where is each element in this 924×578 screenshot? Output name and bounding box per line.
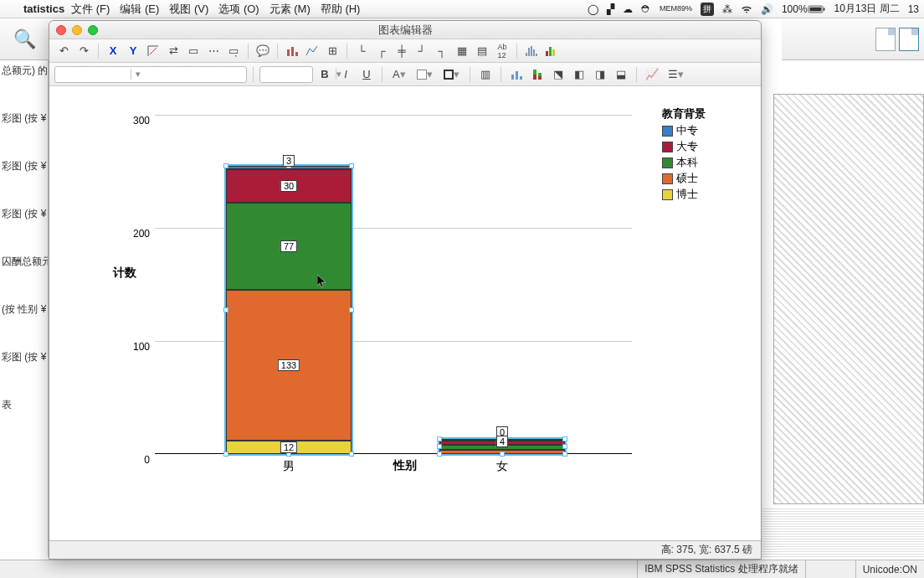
axis-r-icon[interactable]: ┘ <box>413 42 431 60</box>
outline-item[interactable]: 表 <box>2 398 46 412</box>
data-label[interactable]: 12 <box>280 441 297 453</box>
select-icon[interactable]: ▭̣ <box>224 42 243 60</box>
grid-major-icon[interactable]: ▦ <box>453 42 471 60</box>
menu-help[interactable]: 帮助 (H) <box>321 2 361 17</box>
status-hat-icon[interactable]: ⛑ <box>641 3 651 15</box>
bar-variant2-icon[interactable]: ⬔ <box>549 65 567 84</box>
y-axis-label[interactable]: 计数 <box>113 266 136 281</box>
legend[interactable]: 教育背景 中专 大专 本科 硕士 博士 <box>662 106 706 203</box>
font-color-icon[interactable]: A ▾ <box>388 65 410 84</box>
selection-handle[interactable] <box>223 307 228 312</box>
hist-icon[interactable] <box>522 42 541 60</box>
redo-icon[interactable]: ↷ <box>74 42 93 60</box>
props-icon[interactable]: ▭ <box>184 42 203 60</box>
x-axis-label[interactable]: 性别 <box>54 458 756 473</box>
x-axis-icon[interactable]: X <box>104 42 122 60</box>
outline-item[interactable]: 彩图 (按 ¥ <box>2 207 46 221</box>
status-terminal-icon[interactable]: ▞ <box>607 3 614 15</box>
selection-handle[interactable] <box>437 444 442 449</box>
outline-item[interactable]: 囚酬总额元 <box>2 255 46 269</box>
selection-handle[interactable] <box>349 452 354 457</box>
selected-chart-frame[interactable] <box>773 94 924 504</box>
line-variant-icon[interactable]: 📈 <box>643 65 661 84</box>
status-wifi-icon[interactable] <box>741 3 752 15</box>
axis-b-icon[interactable]: ┌ <box>372 42 391 60</box>
selection-handle[interactable] <box>562 452 567 457</box>
chart-canvas[interactable]: 计数 教育背景 中专 大专 本科 硕士 博士 01002003001213377… <box>49 86 761 540</box>
selection-handle[interactable] <box>223 452 228 457</box>
italic-icon[interactable]: I <box>336 65 355 84</box>
extra-dropdown-icon[interactable]: ☰ ▾ <box>664 65 688 84</box>
status-mem-icon[interactable]: MEM89% <box>660 5 692 13</box>
status-bluetooth-icon[interactable]: ⁂ <box>722 3 732 15</box>
border-color-icon[interactable]: ▾ <box>439 65 464 84</box>
legend-item[interactable]: 硕士 <box>662 171 706 186</box>
legend-item[interactable]: 本科 <box>662 155 706 170</box>
selection-handle[interactable] <box>349 163 354 168</box>
status-circle-icon[interactable]: ◯ <box>588 3 598 15</box>
status-volume-icon[interactable]: 🔊 <box>761 3 773 15</box>
bar-column[interactable] <box>226 166 352 454</box>
selection-handle[interactable] <box>500 452 505 457</box>
grid-minor-icon[interactable]: ▤ <box>473 42 491 60</box>
data-label[interactable]: 133 <box>278 359 300 371</box>
data-label[interactable]: 4 <box>496 436 508 447</box>
menu-edit[interactable]: 编辑 (E) <box>120 2 159 17</box>
bar-variant4-icon[interactable]: ◨ <box>591 65 609 84</box>
menu-elements[interactable]: 元素 (M) <box>270 2 311 17</box>
selection-handle[interactable] <box>562 444 567 449</box>
legend-item[interactable]: 中专 <box>662 123 706 138</box>
axis-t-icon[interactable]: ┐ <box>433 42 451 60</box>
fill-color-icon[interactable]: ▾ <box>413 65 437 84</box>
axis-grid-icon[interactable]: ╪ <box>393 42 411 60</box>
data-label[interactable]: 3 <box>283 155 295 167</box>
legend-item[interactable]: 大专 <box>662 139 706 154</box>
data-label[interactable]: 30 <box>280 180 297 192</box>
outline-item[interactable]: 彩图 (按 ¥ <box>2 350 46 364</box>
legend-item[interactable]: 博士 <box>662 187 706 202</box>
doc-icon[interactable] <box>875 28 896 51</box>
bar-stacked-icon[interactable] <box>528 65 547 84</box>
y-axis-icon[interactable]: Y <box>124 42 142 60</box>
chart-type-bar-icon[interactable]: ▥ <box>476 65 495 84</box>
status-time[interactable]: 13 <box>908 3 919 15</box>
selection-handle[interactable] <box>437 436 442 441</box>
magnifier-icon[interactable]: 🔍 <box>13 28 36 50</box>
bar-variant3-icon[interactable]: ◧ <box>570 65 588 84</box>
data-label[interactable]: 77 <box>280 240 297 252</box>
status-input-icon[interactable]: 拼 <box>701 3 714 16</box>
line-chart-icon[interactable] <box>303 42 321 60</box>
selection-handle[interactable] <box>349 307 354 312</box>
underline-icon[interactable]: U <box>357 65 376 84</box>
bar-chart-icon[interactable] <box>283 42 301 60</box>
bar-variant1-icon[interactable] <box>507 65 526 84</box>
status-battery[interactable]: 100% <box>782 3 826 15</box>
bar-variant5-icon[interactable]: ⬓ <box>612 65 630 84</box>
data-label-icon[interactable]: Ab12 <box>493 42 511 60</box>
selection-handle[interactable] <box>562 436 567 441</box>
hist-stack-icon[interactable] <box>542 42 561 60</box>
doc-icon[interactable] <box>899 28 919 51</box>
text-tool-icon[interactable]: 💬 <box>254 42 272 60</box>
status-cloud-icon[interactable]: ☁ <box>623 3 633 15</box>
transpose-icon[interactable] <box>144 42 162 60</box>
outline-item[interactable]: 彩图 (按 ¥ <box>2 111 46 126</box>
font-size-select[interactable]: ▾ <box>259 66 313 83</box>
menu-view[interactable]: 视图 (V) <box>169 2 208 17</box>
editor-titlebar[interactable]: 图表编辑器 <box>49 21 761 39</box>
output-outline-panel[interactable]: 总额元) 的 彩图 (按 ¥ 彩图 (按 ¥ 彩图 (按 ¥ 囚酬总额元 (按 … <box>0 60 49 557</box>
swap-icon[interactable]: ⇄ <box>164 42 182 60</box>
outline-item[interactable]: 彩图 (按 ¥ <box>2 159 46 173</box>
axis-l-icon[interactable]: └ <box>352 42 371 60</box>
menu-file[interactable]: 文件 (F) <box>71 2 110 17</box>
plot-area[interactable]: 01002003001213377303男0444女 <box>155 115 632 454</box>
menu-options[interactable]: 选项 (O) <box>218 2 259 17</box>
font-family-select[interactable]: ▾ <box>54 66 247 83</box>
outline-item[interactable]: 总额元) 的 <box>2 64 46 78</box>
selection-handle[interactable] <box>223 163 228 168</box>
bold-icon[interactable]: B <box>316 65 334 84</box>
selection-handle[interactable] <box>437 452 442 457</box>
outline-item[interactable]: (按 性别 ¥ <box>2 302 46 317</box>
options-icon[interactable]: ⋯ <box>204 42 223 60</box>
status-date[interactable]: 10月13日 周二 <box>834 2 900 16</box>
